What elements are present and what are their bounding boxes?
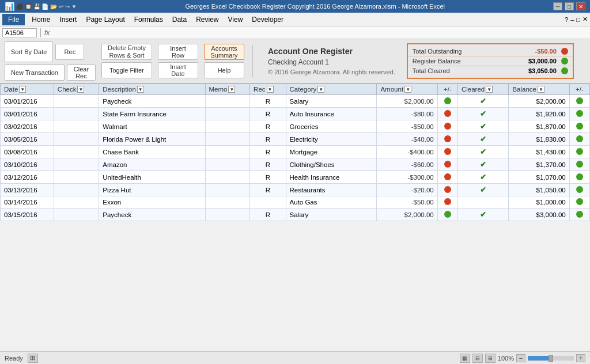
minimize-button[interactable]: ─ [553, 2, 562, 10]
view-normal-btn[interactable]: ▦ [460, 354, 470, 363]
th-memo: Memo▼ [205, 84, 250, 95]
transaction-table: Date▼ Check▼ Description▼ Memo▼ Rec▼ Cat… [0, 84, 590, 221]
cell-amount: -$80.00 [377, 108, 437, 120]
balance-filter-btn[interactable]: ▼ [538, 86, 544, 93]
th-rec: Rec▼ [250, 84, 286, 95]
memo-filter-btn[interactable]: ▼ [228, 86, 235, 93]
cell-date: 03/14/2016 [1, 196, 54, 208]
table-row: 03/05/2016 Florida Power & Light R Elect… [1, 133, 590, 146]
developer-menu[interactable]: Developer [247, 14, 288, 25]
cell-plusminus [437, 196, 457, 208]
view-page-btn[interactable]: ⊟ [472, 354, 483, 363]
status-right: ▦ ⊟ ⊞ 100% – + [460, 354, 585, 363]
accounts-summary-panel: Total Outstanding -$50.00 Register Balan… [407, 43, 574, 79]
zoom-slider[interactable] [528, 356, 574, 361]
amount-filter-btn[interactable]: ▼ [404, 86, 411, 93]
clear-rec-button[interactable]: ClearRec [67, 65, 96, 81]
ribbon: Sort By Date Rec New Transaction ClearRe… [0, 39, 590, 84]
cell-cleared: ✔ [457, 108, 509, 120]
cell-cleared: ✔ [457, 158, 509, 171]
toggle-filter-button[interactable]: Toggle Filter [101, 62, 152, 78]
account-info: Account One Register Checking Account 1 … [261, 43, 402, 79]
fx-label: fx [44, 29, 50, 37]
check-filter-btn[interactable]: ▼ [77, 86, 84, 93]
cell-rec: R [250, 95, 286, 108]
cell-balance: $3,000.00 [509, 208, 569, 221]
date-filter-btn[interactable]: ▼ [19, 86, 26, 93]
cell-plusminus [437, 158, 457, 171]
cat-filter-btn[interactable]: ▼ [317, 86, 324, 93]
cell-check [54, 133, 99, 146]
cell-rec: R [250, 108, 286, 120]
cell-balance: $1,870.00 [509, 120, 569, 133]
total-outstanding-dot [561, 48, 568, 55]
cell-category: Salary [286, 208, 377, 221]
view-menu[interactable]: View [224, 14, 248, 25]
help-button[interactable]: Help [204, 62, 244, 78]
account-title: Account One Register [268, 47, 395, 56]
cell-balance-dot [569, 184, 589, 196]
close-button[interactable]: ✕ [576, 2, 585, 10]
sheet-tab-icon[interactable]: ⊞ [28, 354, 38, 363]
account-copyright: © 2016 George Alzamora. All rights reser… [268, 69, 395, 75]
cell-cleared: ✔ [457, 133, 509, 146]
insert-row-button[interactable]: InsertRow [158, 44, 198, 60]
cell-check [54, 158, 99, 171]
register-balance-label: Register Balance [413, 58, 512, 65]
cell-amount: $2,000.00 [377, 95, 437, 108]
total-outstanding-row: Total Outstanding -$50.00 [408, 47, 573, 56]
accounts-summary-button[interactable]: AccountsSummary [204, 44, 244, 60]
cell-description: Paycheck [99, 95, 205, 108]
cell-category: Salary [286, 95, 377, 108]
desc-filter-btn[interactable]: ▼ [137, 86, 144, 93]
zoom-out-btn[interactable]: – [516, 354, 525, 362]
rec-filter-btn[interactable]: ▼ [267, 86, 274, 93]
page-layout-menu[interactable]: Page Layout [81, 14, 129, 25]
zoom-level: 100% [498, 355, 514, 362]
cell-reference-input[interactable] [2, 28, 37, 37]
formulas-menu[interactable]: Formulas [130, 14, 168, 25]
data-menu[interactable]: Data [168, 14, 191, 25]
cell-plusminus [437, 208, 457, 221]
insert-date-button[interactable]: InsertDate [158, 62, 198, 78]
home-menu[interactable]: Home [27, 14, 55, 25]
total-outstanding-label: Total Outstanding [413, 48, 512, 55]
register-balance-row: Register Balance $3,000.00 [408, 56, 573, 66]
new-transaction-button[interactable]: New Transaction [5, 65, 65, 81]
cell-balance-dot [569, 146, 589, 158]
cell-plusminus [437, 146, 457, 158]
cell-cleared: ✔ [457, 95, 509, 108]
formula-input[interactable] [52, 28, 588, 37]
zoom-in-btn[interactable]: + [576, 354, 585, 362]
th-category: Category▼ [286, 84, 377, 95]
cell-balance-dot [569, 158, 589, 171]
cell-memo [205, 171, 250, 184]
cell-amount: -$50.00 [377, 120, 437, 133]
cell-description: Walmart [99, 120, 205, 133]
cell-date: 03/10/2016 [1, 158, 54, 171]
file-menu[interactable]: File [2, 14, 25, 25]
cell-cleared: ✔ [457, 120, 509, 133]
cell-cleared: ✔ [457, 208, 509, 221]
cell-amount: -$60.00 [377, 158, 437, 171]
rec-button[interactable]: Rec [55, 44, 84, 60]
cell-check [54, 171, 99, 184]
insert-menu[interactable]: Insert [55, 14, 81, 25]
cell-balance-dot [569, 208, 589, 221]
review-menu[interactable]: Review [191, 14, 223, 25]
table-row: 03/13/2016 Pizza Hut R Restaurants -$20.… [1, 184, 590, 196]
total-cleared-value: $3,050.00 [516, 67, 557, 74]
table-row: 03/14/2016 Exxon Auto Gas -$50.00 $1,000… [1, 196, 590, 208]
cleared-filter-btn[interactable]: ▼ [486, 86, 493, 93]
account-subtitle: Checking Account 1 [268, 58, 395, 66]
cell-check [54, 208, 99, 221]
delete-empty-rows-button[interactable]: Delete EmptyRows & Sort [101, 44, 152, 60]
cell-balance: $1,920.00 [509, 108, 569, 120]
cell-amount: -$40.00 [377, 133, 437, 146]
status-bar: Ready ⊞ ▦ ⊟ ⊞ 100% – + [0, 351, 590, 364]
sort-by-date-button[interactable]: Sort By Date [5, 41, 53, 62]
cell-plusminus [437, 120, 457, 133]
view-break-btn[interactable]: ⊞ [485, 354, 496, 363]
window-title: Georges Excel Checkbook Register Copyrig… [77, 3, 553, 10]
maximize-button[interactable]: □ [565, 2, 574, 10]
